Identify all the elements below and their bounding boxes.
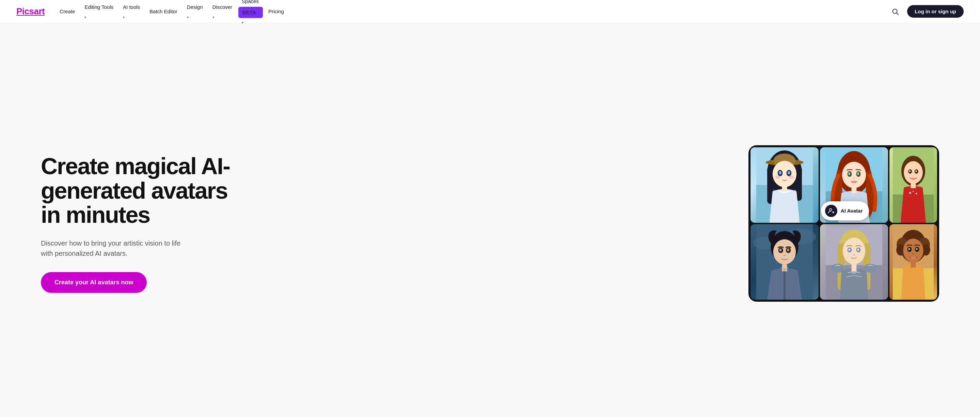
person-add-icon — [828, 208, 835, 214]
svg-point-63 — [848, 249, 850, 251]
nav-item-batch-editor[interactable]: Batch Editor — [145, 6, 181, 17]
chevron-down-icon: ▾ — [183, 13, 207, 22]
avatar-cell-red-dress-girl — [889, 147, 937, 223]
avatar-cell-brown-girl — [889, 224, 937, 300]
svg-point-31 — [904, 161, 923, 184]
svg-point-9 — [773, 161, 797, 187]
spaces-beta-badge: BETA — [239, 7, 263, 18]
nav-label-discover: Discover — [208, 2, 236, 13]
svg-point-81 — [829, 208, 832, 211]
nav-item-pricing[interactable]: Pricing — [264, 6, 288, 17]
dark-boy-illustration — [751, 224, 819, 300]
nav-label-ai-tools: AI tools — [119, 2, 144, 13]
nav-label-design: Design — [183, 2, 207, 13]
svg-rect-27 — [852, 187, 857, 193]
svg-point-12 — [779, 171, 781, 174]
nav-label-pricing: Pricing — [264, 6, 288, 17]
svg-point-38 — [913, 191, 914, 192]
svg-point-45 — [773, 239, 796, 264]
ai-avatar-popup-icon — [825, 205, 837, 217]
logo[interactable]: Picsart — [16, 6, 45, 17]
nav-right: Log in or sign up — [889, 5, 964, 18]
nav-label-spaces: Spaces — [238, 0, 263, 7]
svg-point-15 — [789, 176, 794, 179]
login-button[interactable]: Log in or sign up — [907, 5, 964, 18]
nav-label-batch-editor: Batch Editor — [145, 6, 181, 17]
nav-links: Create Editing Tools ▾ AI tools ▾ Batch … — [56, 0, 288, 27]
navbar: Picsart Create Editing Tools ▾ AI tools … — [0, 0, 980, 23]
svg-rect-50 — [784, 271, 786, 300]
ai-avatar-popup-label: AI Avatar — [841, 208, 863, 214]
svg-point-24 — [857, 173, 859, 175]
svg-point-32 — [911, 178, 916, 179]
svg-rect-80 — [911, 261, 916, 268]
svg-point-39 — [916, 193, 917, 195]
svg-point-79 — [910, 257, 916, 259]
blonde-armor-girl-illustration — [820, 224, 888, 300]
svg-point-35 — [909, 170, 911, 173]
svg-point-64 — [857, 249, 859, 251]
svg-point-36 — [915, 170, 917, 173]
nav-item-discover[interactable]: Discover ▾ — [208, 2, 236, 22]
svg-rect-66 — [852, 264, 857, 271]
svg-point-23 — [848, 173, 850, 175]
svg-point-49 — [787, 249, 789, 251]
nav-label-create: Create — [56, 6, 79, 17]
svg-point-52 — [783, 269, 786, 271]
nav-item-design[interactable]: Design ▾ — [183, 2, 207, 22]
avatar-cell-blonde-armor — [820, 224, 888, 300]
cta-button[interactable]: Create your AI avatars now — [41, 272, 147, 293]
svg-point-77 — [908, 248, 910, 250]
nav-item-create[interactable]: Create — [56, 6, 79, 17]
svg-point-13 — [788, 171, 790, 174]
search-icon — [891, 8, 899, 15]
chevron-down-icon: ▾ — [80, 13, 118, 22]
avatar-cell-anime-girl — [751, 147, 819, 223]
nav-item-editing-tools[interactable]: Editing Tools ▾ — [80, 2, 118, 22]
nav-item-ai-tools[interactable]: AI tools ▾ — [119, 2, 144, 22]
nav-label-editing-tools: Editing Tools — [80, 2, 118, 13]
hero-section: Create magical AI-generated avatars in m… — [0, 23, 980, 417]
hero-content: Create magical AI-generated avatars in m… — [41, 154, 245, 293]
svg-point-20 — [842, 162, 866, 189]
avatar-cell-dark-boy — [751, 224, 819, 300]
hero-subtitle: Discover how to bring your artistic visi… — [41, 238, 184, 258]
logo-text: Picsart — [16, 6, 45, 17]
svg-point-48 — [780, 249, 781, 251]
hero-title: Create magical AI-generated avatars in m… — [41, 154, 245, 227]
chevron-down-icon: ▾ — [119, 13, 144, 22]
svg-point-14 — [775, 176, 780, 179]
search-button[interactable] — [889, 5, 902, 18]
brown-girl-illustration — [889, 224, 937, 300]
ai-avatar-popup: AI Avatar — [821, 201, 869, 220]
svg-point-78 — [916, 248, 918, 250]
avatar-collage: AI Avatar — [748, 145, 939, 302]
nav-left: Picsart Create Editing Tools ▾ AI tools … — [16, 0, 288, 27]
chevron-down-icon: ▾ — [208, 13, 236, 22]
hero-visual: AI Avatar — [748, 145, 939, 302]
nav-item-spaces[interactable]: Spaces BETA ▾ — [238, 0, 263, 27]
svg-rect-16 — [782, 186, 787, 192]
svg-point-37 — [909, 192, 911, 194]
svg-rect-40 — [911, 182, 916, 189]
anime-girl-illustration — [751, 147, 819, 223]
svg-point-25 — [851, 181, 857, 183]
red-dress-girl-illustration — [889, 147, 937, 223]
svg-line-1 — [897, 13, 898, 14]
chevron-down-icon: ▾ — [238, 18, 263, 27]
svg-point-60 — [843, 238, 865, 264]
